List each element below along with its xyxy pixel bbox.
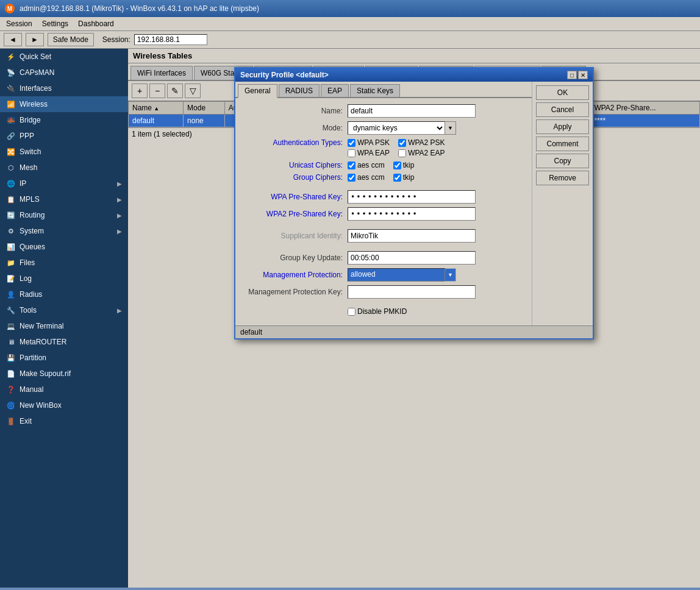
- sidebar-item-partition[interactable]: 💾 Partition: [0, 350, 128, 366]
- mgmt-key-input[interactable]: [348, 285, 476, 299]
- supplicant-input[interactable]: [348, 229, 476, 243]
- session-input[interactable]: [134, 34, 207, 45]
- form-row-name: Name:: [244, 104, 523, 118]
- system-arrow-icon: ▶: [117, 228, 122, 235]
- apply-button[interactable]: Apply: [536, 119, 589, 134]
- form-divider-4: [244, 302, 523, 307]
- dialog-tab-radius[interactable]: RADIUS: [279, 84, 320, 97]
- group-key-input[interactable]: [348, 251, 476, 265]
- menu-session[interactable]: Session: [2, 18, 36, 29]
- mode-dropdown-button[interactable]: ▼: [445, 121, 456, 135]
- form-row-disable-pmkid: Disable PMKID: [244, 307, 523, 316]
- sidebar-label-wireless: Wireless: [20, 100, 48, 108]
- system-icon: ⚙: [6, 226, 16, 236]
- sidebar-item-system[interactable]: ⚙ System ▶: [0, 223, 128, 239]
- safe-mode-button[interactable]: Safe Mode: [48, 33, 94, 46]
- wpa2-psk-checkbox[interactable]: [398, 139, 406, 147]
- menu-dashboard[interactable]: Dashboard: [74, 18, 118, 29]
- comment-button[interactable]: Comment: [536, 137, 589, 151]
- sidebar-item-capsman[interactable]: 📡 CAPsMAN: [0, 65, 128, 80]
- gc-aes-label: aes ccm: [357, 173, 385, 182]
- back-button[interactable]: ◄: [4, 33, 22, 46]
- mgmt-key-label: Management Protection Key:: [244, 288, 348, 296]
- gc-aes-checkbox[interactable]: [348, 174, 355, 182]
- sidebar-item-exit[interactable]: 🚪 Exit: [0, 413, 128, 429]
- sidebar-item-make-supout[interactable]: 📄 Make Supout.rif: [0, 366, 128, 382]
- sidebar-item-metarouter[interactable]: 🖥 MetaROUTER: [0, 334, 128, 350]
- ok-button[interactable]: OK: [536, 85, 589, 100]
- dialog-tab-general[interactable]: General: [238, 84, 277, 98]
- dialog-actions: OK Cancel Apply Comment Copy Remove: [532, 82, 593, 325]
- gc-tkip-checkbox[interactable]: [393, 174, 401, 182]
- sidebar-label-new-terminal: New Terminal: [20, 322, 63, 330]
- wpa2-eap-checkbox[interactable]: [398, 149, 406, 157]
- dialog-tab-static-keys[interactable]: Static Keys: [350, 84, 400, 97]
- dialog-close-button[interactable]: ✕: [578, 71, 588, 79]
- exit-icon: 🚪: [6, 416, 16, 426]
- sidebar-item-log[interactable]: 📝 Log: [0, 271, 128, 286]
- sidebar-label-interfaces: Interfaces: [20, 84, 52, 93]
- sidebar-item-manual[interactable]: ❓ Manual: [0, 382, 128, 397]
- sidebar-item-new-winbox[interactable]: 🌀 New WinBox: [0, 397, 128, 413]
- checkbox-gc-aes: aes ccm: [348, 173, 385, 182]
- forward-button[interactable]: ►: [26, 33, 44, 46]
- sidebar-item-bridge[interactable]: 🌉 Bridge: [0, 112, 128, 128]
- manual-icon: ❓: [6, 385, 16, 394]
- uc-tkip-checkbox[interactable]: [393, 162, 401, 169]
- sidebar-item-queues[interactable]: 📊 Queues: [0, 239, 128, 255]
- wpa-key-label: WPA Pre-Shared Key:: [244, 193, 348, 201]
- form-row-wpa-key: WPA Pre-Shared Key:: [244, 190, 523, 204]
- disable-pmkid-checkbox[interactable]: [348, 308, 355, 316]
- sidebar-item-new-terminal[interactable]: 💻 New Terminal: [0, 318, 128, 334]
- sidebar-item-ppp[interactable]: 🔗 PPP: [0, 128, 128, 144]
- form-row-mgmt-protection: Management Protection: allowed ▼: [244, 268, 523, 282]
- uc-aes-checkbox[interactable]: [348, 162, 355, 169]
- form-divider-1: [244, 185, 523, 190]
- menu-settings[interactable]: Settings: [38, 18, 72, 29]
- sidebar-item-tools[interactable]: 🔧 Tools ▶: [0, 302, 128, 318]
- copy-button[interactable]: Copy: [536, 154, 589, 168]
- mpls-icon: 📋: [6, 194, 16, 204]
- checkbox-uc-aes: aes ccm: [348, 161, 385, 169]
- sidebar-item-radius[interactable]: 👤 Radius: [0, 286, 128, 302]
- cancel-button[interactable]: Cancel: [536, 102, 589, 117]
- sidebar-item-interfaces[interactable]: 🔌 Interfaces: [0, 80, 128, 96]
- sidebar-item-mesh[interactable]: ⬡ Mesh: [0, 160, 128, 176]
- sidebar-item-switch[interactable]: 🔀 Switch: [0, 144, 128, 160]
- form-row-group-key: Group Key Update:: [244, 251, 523, 265]
- mode-label: Mode:: [244, 124, 348, 132]
- unicast-group: aes ccm tkip: [348, 161, 414, 169]
- capsman-icon: 📡: [6, 68, 16, 77]
- mgmt-protection-select[interactable]: allowed: [348, 268, 445, 282]
- sidebar-item-routing[interactable]: 🔄 Routing ▶: [0, 207, 128, 223]
- sidebar-label-routing: Routing: [20, 211, 45, 219]
- wpa-psk-checkbox[interactable]: [348, 139, 355, 147]
- group-key-label: Group Key Update:: [244, 254, 348, 262]
- dialog-maximize-button[interactable]: □: [567, 71, 577, 79]
- wpa2-psk-label: WPA2 PSK: [408, 138, 445, 147]
- form-row-auth-types: Authentication Types: WPA PSK: [244, 138, 523, 157]
- auth-types-group: WPA PSK WPA2 PSK: [348, 138, 445, 157]
- mgmt-protection-dropdown-button[interactable]: ▼: [445, 268, 456, 282]
- wpa-key-input[interactable]: [348, 190, 476, 204]
- tools-icon: 🔧: [6, 305, 16, 315]
- mode-select[interactable]: dynamic keys: [348, 121, 445, 135]
- disable-pmkid-label: Disable PMKID: [357, 307, 407, 316]
- dialog-tab-eap[interactable]: EAP: [321, 84, 349, 97]
- checkbox-wpa-psk: WPA PSK: [348, 138, 390, 147]
- sidebar-item-mpls[interactable]: 📋 MPLS ▶: [0, 191, 128, 207]
- sidebar-item-quick-set[interactable]: ⚡ Quick Set: [0, 49, 128, 65]
- mgmt-protection-label: Management Protection:: [244, 271, 348, 279]
- sidebar-item-files[interactable]: 📁 Files: [0, 255, 128, 271]
- dialog-form: Name: Mode: dynamic keys: [235, 98, 532, 325]
- sidebar-label-files: Files: [20, 258, 35, 267]
- wpa-eap-checkbox[interactable]: [348, 149, 355, 157]
- sidebar-item-ip[interactable]: 🌐 IP ▶: [0, 176, 128, 191]
- ip-arrow-icon: ▶: [117, 180, 122, 187]
- remove-dialog-button[interactable]: Remove: [536, 171, 589, 185]
- sidebar-item-wireless[interactable]: 📶 Wireless: [0, 96, 128, 112]
- wpa-eap-label: WPA EAP: [357, 149, 390, 157]
- name-input[interactable]: [348, 104, 476, 118]
- wpa2-key-input[interactable]: [348, 207, 476, 221]
- mpls-arrow-icon: ▶: [117, 196, 122, 203]
